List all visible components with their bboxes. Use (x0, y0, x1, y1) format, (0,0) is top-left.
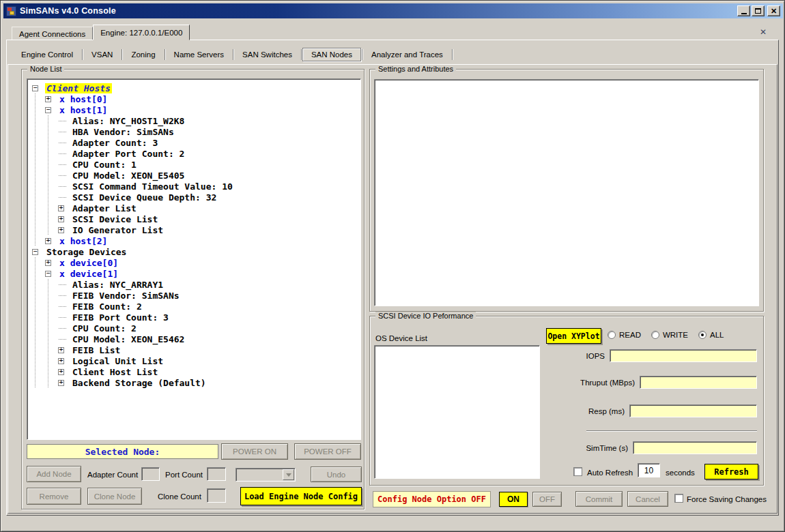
tree-item[interactable]: CPU Model: XEON_E5462 (32, 334, 360, 344)
tree-item[interactable]: +IO Generator List (32, 224, 360, 235)
config-off-button[interactable]: OFF (532, 492, 562, 507)
tree-item[interactable]: CPU Count: 2 (32, 323, 360, 334)
tree-item[interactable]: −x host[1] (32, 104, 360, 115)
add-node-button[interactable]: Add Node (27, 466, 81, 482)
radio-option-read[interactable]: READ (608, 331, 641, 339)
tree-item[interactable]: +FEIB List (32, 344, 360, 355)
tree-label[interactable]: CPU Model: XEON_E5462 (71, 334, 186, 344)
cancel-button[interactable]: Cancel (627, 491, 668, 507)
radio-option-all[interactable]: ALL (698, 331, 724, 339)
tree-label[interactable]: FEIB List (71, 345, 122, 355)
tree-label[interactable]: Client Hosts (45, 83, 112, 93)
metric-value-field[interactable] (629, 404, 757, 417)
power-off-button[interactable]: POWER OFF (294, 443, 361, 460)
metric-value-field[interactable] (633, 441, 757, 454)
tree-item[interactable]: FEIB Vendor: SimSANs (32, 290, 360, 301)
expand-icon[interactable]: + (45, 238, 51, 244)
power-on-button[interactable]: POWER ON (221, 443, 288, 460)
node-tree[interactable]: −Client Hosts+x host[0]−x host[1]Alias: … (27, 78, 361, 440)
tab-close-icon[interactable]: ✕ (760, 27, 767, 37)
tree-label[interactable]: FEIB Port Count: 3 (71, 312, 170, 323)
expand-icon[interactable]: + (58, 380, 64, 386)
settings-attributes-panel[interactable] (374, 79, 759, 306)
tree-label[interactable]: IO Generator List (71, 225, 165, 235)
tree-item[interactable]: Alias: NYC_ARRAY1 (32, 279, 360, 290)
tree-item[interactable]: +x host[0] (32, 93, 360, 104)
tree-label[interactable]: FEIB Count: 2 (71, 301, 143, 312)
force-saving-checkbox[interactable] (674, 494, 683, 503)
tree-label[interactable]: Storage Devices (45, 247, 128, 257)
title-bar[interactable]: SimSANs v4.0 Console ✕ (3, 3, 783, 18)
expand-icon[interactable]: + (45, 96, 51, 102)
collapse-icon[interactable]: − (45, 107, 51, 113)
tree-item[interactable]: +Client Host List (32, 366, 360, 377)
collapse-icon[interactable]: − (32, 249, 38, 255)
expand-icon[interactable]: + (58, 347, 64, 353)
expand-icon[interactable]: + (58, 205, 64, 211)
radio-option-write[interactable]: WRITE (651, 331, 688, 339)
tab-engine[interactable]: Engine: 127.0.0.1/E000 (93, 25, 190, 40)
tree-label[interactable]: SCSI Device List (71, 214, 159, 224)
expand-icon[interactable]: + (58, 227, 64, 233)
tree-label[interactable]: x host[2] (58, 236, 109, 246)
tree-label[interactable]: HBA Vendor: SimSANs (71, 127, 175, 137)
tree-label[interactable]: x host[0] (58, 94, 109, 104)
subtab-san-nodes[interactable]: SAN Nodes (302, 48, 361, 61)
subtab-engine-control[interactable]: Engine Control (13, 48, 81, 61)
tree-item[interactable]: +SCSI Device List (32, 213, 360, 224)
minimize-button[interactable] (737, 5, 750, 16)
tree-label[interactable]: CPU Count: 2 (71, 323, 138, 334)
close-button[interactable]: ✕ (767, 5, 780, 16)
tree-item[interactable]: SCSI Device Queue Depth: 32 (32, 192, 360, 203)
subtab-san-switches[interactable]: SAN Switches (234, 48, 300, 61)
os-device-list[interactable] (374, 345, 540, 479)
radio-icon[interactable] (651, 331, 659, 339)
tree-item[interactable]: +Logical Unit List (32, 355, 360, 366)
tree-item[interactable]: +x host[2] (32, 235, 360, 246)
tree-item[interactable]: SCSI Command Timeout Value: 10 (32, 181, 360, 192)
port-count-input[interactable] (207, 467, 226, 481)
config-on-button[interactable]: ON (499, 492, 528, 507)
tree-label[interactable]: Adapter Port Count: 2 (71, 149, 186, 159)
tree-label[interactable]: SCSI Command Timeout Value: 10 (71, 181, 234, 192)
tree-label[interactable]: CPU Model: XEON_E5405 (71, 171, 186, 181)
expand-icon[interactable]: + (58, 216, 64, 222)
tab-agent-connections[interactable]: Agent Connections (12, 27, 93, 40)
subtab-zoning[interactable]: Zoning (123, 48, 163, 61)
tree-item[interactable]: CPU Count: 1 (32, 159, 360, 170)
expand-icon[interactable]: + (58, 358, 64, 364)
refresh-interval-input[interactable]: 10 (638, 463, 660, 477)
auto-refresh-checkbox[interactable] (573, 467, 582, 476)
remove-button[interactable]: Remove (27, 488, 81, 505)
tree-label[interactable]: FEIB Vendor: SimSANs (71, 291, 181, 301)
maximize-button[interactable] (752, 5, 765, 16)
collapse-icon[interactable]: − (45, 271, 51, 277)
metric-value-field[interactable] (610, 349, 757, 362)
tree-item[interactable]: CPU Model: XEON_E5405 (32, 170, 360, 181)
tree-label[interactable]: x device[1] (58, 269, 119, 279)
clone-node-button[interactable]: Clone Node (87, 488, 142, 505)
tree-item[interactable]: Adapter Count: 3 (32, 137, 360, 148)
tree-label[interactable]: x host[1] (58, 105, 109, 115)
tree-item[interactable]: FEIB Count: 2 (32, 301, 360, 312)
tree-item[interactable]: +Adapter List (32, 203, 360, 213)
radio-icon[interactable] (608, 331, 616, 339)
expand-icon[interactable]: + (45, 260, 51, 266)
tree-label[interactable]: Adapter List (71, 203, 138, 213)
tree-label[interactable]: Logical Unit List (71, 356, 165, 366)
tree-label[interactable]: Alias: NYC_ARRAY1 (71, 280, 165, 290)
metric-value-field[interactable] (640, 376, 757, 389)
tree-item[interactable]: −Storage Devices (32, 246, 360, 257)
refresh-button[interactable]: Refresh (704, 464, 758, 479)
tree-label[interactable]: Client Host List (71, 367, 159, 377)
tree-item[interactable]: HBA Vendor: SimSANs (32, 126, 360, 137)
node-type-dropdown[interactable] (235, 468, 296, 482)
tree-item[interactable]: Adapter Port Count: 2 (32, 148, 360, 159)
load-engine-node-config-button[interactable]: Load Engine Node Config (240, 487, 362, 505)
tree-label[interactable]: SCSI Device Queue Depth: 32 (71, 192, 218, 203)
radio-icon[interactable] (698, 331, 706, 339)
tree-item[interactable]: Alias: NYC_HOST1_W2K8 (32, 115, 360, 126)
subtab-vsan[interactable]: VSAN (83, 48, 121, 61)
open-xyplot-button[interactable]: Open XYPlot (546, 328, 601, 344)
tree-item[interactable]: −x device[1] (32, 268, 360, 279)
